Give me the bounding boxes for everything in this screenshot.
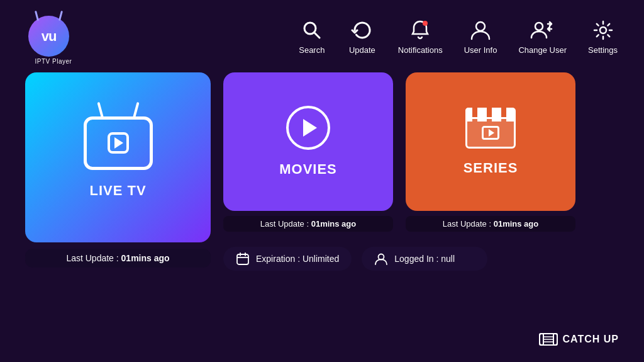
search-label: Search bbox=[299, 45, 325, 55]
user-icon bbox=[468, 18, 493, 43]
svg-point-2 bbox=[423, 21, 428, 26]
nav-bar: Search Update Notifications bbox=[290, 14, 625, 58]
bell-icon bbox=[408, 18, 433, 43]
logged-in-label: Logged In : null bbox=[394, 254, 455, 264]
expiration-label: Expiration : Unlimited bbox=[256, 254, 339, 264]
calendar-icon bbox=[236, 252, 250, 266]
logo-area: vu IPTV Player bbox=[19, 16, 88, 57]
change-user-icon bbox=[530, 18, 555, 43]
antenna-right-icon bbox=[58, 11, 63, 21]
movies-section: MOVIES Last Update : 01mins ago bbox=[223, 72, 393, 232]
settings-label: Settings bbox=[588, 45, 618, 55]
nav-user-info[interactable]: User Info bbox=[457, 14, 505, 58]
movies-update: Last Update : 01mins ago bbox=[223, 216, 393, 232]
clapper-icon bbox=[465, 108, 516, 149]
svg-line-1 bbox=[314, 33, 319, 38]
svg-rect-13 bbox=[553, 334, 557, 345]
logo-text: vu bbox=[42, 28, 57, 45]
logged-in-pill: Logged In : null bbox=[362, 247, 487, 271]
series-section: SERIES Last Update : 01mins ago bbox=[406, 72, 575, 232]
svg-point-3 bbox=[476, 22, 485, 31]
change-user-label: Change User bbox=[518, 45, 567, 55]
live-tv-card[interactable]: LIVE TV bbox=[25, 72, 211, 242]
logo-subtitle: IPTV Player bbox=[28, 58, 79, 65]
header: vu IPTV Player Search Update bbox=[0, 0, 644, 72]
series-card[interactable]: SERIES bbox=[406, 72, 575, 211]
catch-up-label: CATCH UP bbox=[563, 334, 619, 345]
nav-notifications[interactable]: Notifications bbox=[391, 14, 450, 58]
logo: vu IPTV Player bbox=[28, 16, 79, 57]
live-tv-section: LIVE TV Last Update : 01mins ago bbox=[25, 72, 211, 268]
right-content: MOVIES Last Update : 01mins ago bbox=[223, 72, 619, 271]
expiration-pill: Expiration : Unlimited bbox=[223, 247, 352, 271]
nav-update[interactable]: Update bbox=[340, 14, 384, 58]
update-label: Update bbox=[349, 45, 375, 55]
series-update: Last Update : 01mins ago bbox=[406, 216, 575, 232]
svg-rect-6 bbox=[237, 254, 248, 264]
film-icon bbox=[539, 331, 557, 348]
info-pills-row: Expiration : Unlimited Logged In : null bbox=[223, 247, 619, 271]
main-content: LIVE TV Last Update : 01mins ago MOVIES … bbox=[0, 72, 644, 271]
nav-change-user[interactable]: Change User bbox=[511, 14, 574, 58]
nav-settings[interactable]: Settings bbox=[580, 14, 625, 58]
movies-card[interactable]: MOVIES bbox=[223, 72, 393, 211]
svg-rect-12 bbox=[540, 334, 543, 345]
user-info-label: User Info bbox=[464, 45, 497, 55]
catch-up-button[interactable]: CATCH UP bbox=[539, 331, 619, 348]
nav-search[interactable]: Search bbox=[290, 14, 334, 58]
svg-point-4 bbox=[535, 23, 543, 30]
notifications-label: Notifications bbox=[398, 45, 443, 55]
update-icon bbox=[350, 18, 375, 43]
series-title: SERIES bbox=[464, 160, 518, 176]
movies-title: MOVIES bbox=[279, 161, 337, 178]
antenna-left-icon bbox=[35, 11, 39, 21]
tv-icon bbox=[84, 116, 153, 170]
logged-in-icon bbox=[374, 252, 388, 266]
media-cards-row: MOVIES Last Update : 01mins ago bbox=[223, 72, 619, 232]
search-icon bbox=[299, 18, 325, 43]
gear-icon bbox=[591, 18, 616, 43]
svg-point-5 bbox=[600, 27, 606, 33]
live-tv-update: Last Update : 01mins ago bbox=[25, 249, 211, 268]
live-tv-title: LIVE TV bbox=[89, 183, 146, 199]
movies-play-icon bbox=[286, 106, 330, 150]
